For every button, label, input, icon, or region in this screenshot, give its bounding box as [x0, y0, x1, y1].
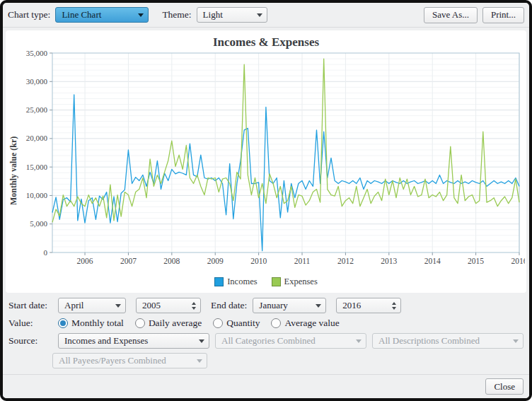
svg-text:2011: 2011 [294, 257, 311, 265]
svg-text:0: 0 [44, 248, 48, 257]
end-month-select[interactable]: January [253, 298, 326, 313]
svg-text:25,000: 25,000 [26, 105, 48, 114]
source-row: Source: Incomes and Expenses All Categor… [8, 333, 524, 349]
end-date-label: End date: [211, 300, 247, 311]
svg-text:15,000: 15,000 [26, 163, 48, 171]
value-row: Value: Monthly total Daily average Quant… [8, 318, 524, 329]
y-axis-label: Monthly value (kr) [6, 50, 21, 277]
incomes-swatch-icon [214, 277, 224, 286]
svg-text:2007: 2007 [120, 257, 137, 265]
end-year-spinner[interactable]: 2016 [336, 298, 401, 313]
chart-legend: Incomes Expenses [6, 277, 526, 293]
svg-text:2012: 2012 [337, 257, 354, 265]
radio-indicator-icon [135, 318, 145, 328]
legend-label: Incomes [227, 277, 257, 287]
chart-type-value: Line Chart [62, 9, 101, 21]
chart-title: Incomes & Expenses [6, 30, 526, 50]
chevron-down-icon [199, 339, 204, 343]
svg-text:2015: 2015 [468, 257, 484, 265]
theme-select[interactable]: Light [197, 7, 267, 23]
legend-label: Expenses [284, 277, 318, 287]
controls-panel: Start date: April 2005 End date: January… [3, 293, 529, 374]
chevron-down-icon [316, 304, 321, 308]
svg-text:2016: 2016 [511, 257, 526, 265]
svg-text:35,000: 35,000 [26, 50, 48, 57]
radio-daily-average[interactable]: Daily average [135, 318, 202, 329]
save-as-button[interactable]: Save As... [424, 7, 478, 23]
chevron-down-icon [257, 13, 262, 17]
radio-indicator-icon [213, 318, 223, 328]
legend-item-expenses: Expenses [272, 277, 318, 287]
theme-label: Theme: [162, 9, 191, 21]
close-button[interactable]: Close [485, 378, 524, 395]
svg-text:2013: 2013 [381, 257, 397, 265]
radio-monthly-total[interactable]: Monthly total [58, 318, 124, 329]
chevron-down-icon [197, 359, 202, 363]
chevron-down-icon [513, 339, 519, 343]
value-label: Value: [8, 318, 52, 329]
spinner-arrows-icon[interactable] [192, 302, 196, 310]
chart-region: Incomes & Expenses Monthly value (kr) 05… [3, 28, 529, 293]
svg-text:2008: 2008 [163, 257, 180, 265]
source-label: Source: [8, 335, 52, 347]
start-month-select[interactable]: April [58, 298, 126, 313]
svg-text:2006: 2006 [77, 257, 93, 265]
spinner-arrows-icon[interactable] [392, 302, 396, 310]
svg-text:5,000: 5,000 [30, 219, 47, 228]
radio-indicator-icon [271, 318, 281, 328]
svg-text:20,000: 20,000 [26, 134, 48, 142]
descriptions-select: All Descriptions Combined [372, 333, 524, 349]
categories-select: All Categories Combined [215, 333, 366, 349]
chevron-down-icon [356, 339, 362, 343]
date-range-row: Start date: April 2005 End date: January… [8, 298, 524, 313]
dialog-footer: Close [3, 374, 529, 398]
chart-dialog-window: Chart type: Line Chart Theme: Light Save… [0, 0, 532, 401]
svg-text:2009: 2009 [207, 257, 224, 265]
toolbar: Chart type: Line Chart Theme: Light Save… [3, 3, 529, 28]
start-year-spinner[interactable]: 2005 [136, 298, 201, 313]
svg-text:2010: 2010 [250, 257, 267, 265]
radio-quantity[interactable]: Quantity [213, 318, 260, 329]
line-chart-canvas: 05,00010,00015,00020,00025,00030,00035,0… [21, 50, 525, 265]
chart-body: Monthly value (kr) 05,00010,00015,00020,… [6, 50, 526, 277]
chart-card: Incomes & Expenses Monthly value (kr) 05… [6, 30, 526, 293]
svg-text:2014: 2014 [424, 257, 441, 265]
radio-average-value[interactable]: Average value [271, 318, 339, 329]
radio-indicator-icon [58, 318, 68, 328]
start-date-label: Start date: [8, 300, 52, 311]
chart-type-select[interactable]: Line Chart [55, 7, 149, 23]
legend-item-incomes: Incomes [214, 277, 257, 287]
chart-type-label: Chart type: [8, 9, 50, 21]
expenses-swatch-icon [272, 277, 281, 286]
payees-row: All Payees/Payers Combined [8, 353, 524, 368]
chevron-down-icon [115, 304, 121, 308]
theme-value: Light [203, 9, 223, 21]
source-select[interactable]: Incomes and Expenses [58, 333, 209, 349]
print-button[interactable]: Print... [482, 7, 524, 23]
chevron-down-icon [138, 13, 144, 17]
svg-text:10,000: 10,000 [26, 191, 48, 199]
payees-select: All Payees/Payers Combined [52, 353, 207, 368]
svg-text:30,000: 30,000 [26, 77, 48, 86]
